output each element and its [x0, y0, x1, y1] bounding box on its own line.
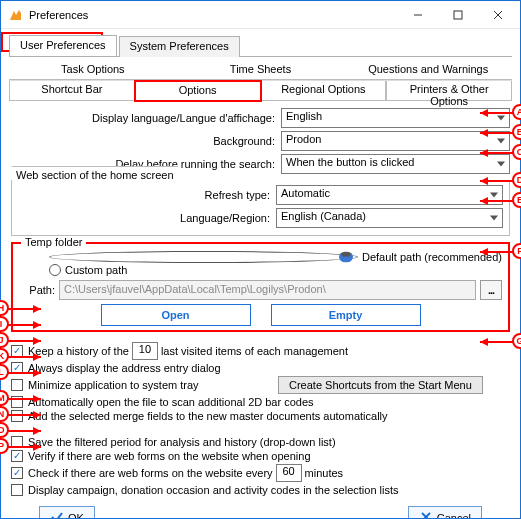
label-refresh-type: Refresh type:: [18, 189, 276, 201]
create-shortcuts-button[interactable]: Create Shortcuts from the Start Menu: [278, 376, 483, 394]
tab-task-options[interactable]: Task Options: [9, 61, 177, 80]
x-icon: [419, 510, 433, 518]
close-button[interactable]: [478, 2, 518, 28]
check-history[interactable]: Keep a history of the 10 last visited it…: [11, 342, 510, 360]
label-language-region: Language/Region:: [18, 212, 276, 224]
group-temp-folder: Temp folder: [21, 236, 86, 248]
tab-shortcut-bar[interactable]: Shortcut Bar: [9, 81, 135, 101]
radio-icon: [49, 251, 358, 263]
tab-options[interactable]: Options: [135, 81, 261, 101]
check-address-dialog[interactable]: Always display the address entry dialog: [11, 362, 510, 374]
minimize-button[interactable]: [398, 2, 438, 28]
label-path: Path:: [19, 284, 59, 296]
tab-regional-options[interactable]: Regional Options: [261, 81, 387, 101]
radio-icon: [49, 264, 61, 276]
check-icon: [50, 510, 64, 518]
select-language-region[interactable]: English (Canada): [276, 208, 503, 228]
input-history-count[interactable]: 10: [132, 342, 158, 360]
select-background[interactable]: Prodon: [281, 131, 510, 151]
cancel-button[interactable]: Cancel: [408, 506, 482, 518]
empty-button[interactable]: Empty: [271, 304, 421, 326]
tab-options-label: Options: [179, 84, 217, 96]
check-web-interval[interactable]: Check if there are web forms on the webs…: [11, 464, 510, 482]
radio-default-path[interactable]: Default path (recommended): [49, 251, 502, 263]
tab-user-preferences[interactable]: User Preferences: [9, 35, 117, 56]
check-autoopen-label: Automatically open the file to scan addi…: [28, 396, 314, 408]
checkbox-icon: [11, 467, 23, 479]
checkbox-icon: [11, 379, 23, 391]
check-addmerge-label: Add the selected merge fields to the new…: [28, 410, 388, 422]
checkbox-icon: [11, 484, 23, 496]
checkbox-icon: [11, 362, 23, 374]
tab-time-sheets[interactable]: Time Sheets: [177, 61, 345, 80]
check-auto-open[interactable]: Automatically open the file to scan addi…: [11, 396, 510, 408]
select-display-language[interactable]: English: [281, 108, 510, 128]
label-display-language: Display language/Langue d'affichage:: [11, 112, 281, 124]
check-history-pre: Keep a history of the: [28, 345, 129, 357]
open-button[interactable]: Open: [101, 304, 251, 326]
check-web-pre: Check if there are web forms on the webs…: [28, 467, 273, 479]
svg-rect-1: [454, 11, 462, 19]
ok-button[interactable]: OK: [39, 506, 95, 518]
radio-custom-label: Custom path: [65, 264, 127, 276]
check-display-codes[interactable]: Display campaign, donation occasion and …: [11, 484, 510, 496]
maximize-button[interactable]: [438, 2, 478, 28]
check-web-post: minutes: [305, 467, 344, 479]
select-refresh-type[interactable]: Automatic: [276, 185, 503, 205]
label-background: Background:: [11, 135, 281, 147]
check-add-merge[interactable]: Add the selected merge fields to the new…: [11, 410, 510, 422]
tab-system-preferences[interactable]: System Preferences: [119, 36, 240, 57]
checkbox-icon: [11, 436, 23, 448]
cancel-label: Cancel: [437, 512, 471, 518]
window-title: Preferences: [29, 9, 398, 21]
check-minimize-label: Minimize application to system tray: [28, 379, 248, 391]
radio-custom-path[interactable]: Custom path: [49, 264, 502, 276]
check-save-filtered[interactable]: Save the filtered period for analysis an…: [11, 436, 510, 448]
browse-button[interactable]: ...: [480, 280, 502, 300]
check-history-post: last visited items of each management: [161, 345, 348, 357]
check-verify-web[interactable]: Verify if there are web forms on the web…: [11, 450, 510, 462]
ok-label: OK: [68, 512, 84, 518]
tab-printers-other[interactable]: Printers & Other Options: [386, 81, 512, 101]
check-minimize-tray[interactable]: Minimize application to system tray Crea…: [11, 376, 510, 394]
input-path[interactable]: C:\Users\jfauvel\AppData\Local\Temp\Logi…: [59, 280, 476, 300]
tab-questions-warnings[interactable]: Questions and Warnings: [344, 61, 512, 80]
checkbox-icon: [11, 396, 23, 408]
check-verifyweb-label: Verify if there are web forms on the web…: [28, 450, 311, 462]
checkbox-icon: [11, 410, 23, 422]
checkbox-icon: [11, 450, 23, 462]
check-address-label: Always display the address entry dialog: [28, 362, 221, 374]
check-savefilter-label: Save the filtered period for analysis an…: [28, 436, 336, 448]
checkbox-icon: [11, 345, 23, 357]
app-icon: [7, 7, 23, 23]
select-delay[interactable]: When the button is clicked: [281, 154, 510, 174]
input-web-minutes[interactable]: 60: [276, 464, 302, 482]
group-web-section: Web section of the home screen: [12, 166, 178, 181]
check-displaycodes-label: Display campaign, donation occasion and …: [28, 484, 399, 496]
radio-default-label: Default path (recommended): [362, 251, 502, 263]
